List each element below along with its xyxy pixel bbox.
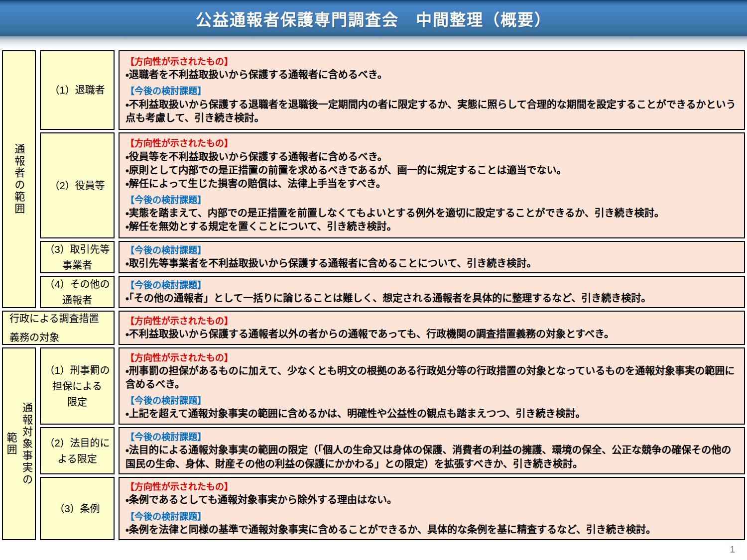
row-label-other-whistleblowers: （4）その他の 通報者 [40,276,115,308]
section-direction: 【方向性が示されたもの】 ・刑事罰の担保があるものに加えて、少なくとも明文の根拠… [125,351,738,391]
bullet-text: ・不利益取扱いから保護する退職者を退職後一定期間内の者に限定するか、実態に照らし… [125,98,738,125]
bullet-text: ・上記を超えて通報対象事実の範囲に含めるかは、明確性や公益性の観点も踏まえつつ、… [125,407,738,421]
title-bar: 公益通報者保護専門調査会 中間整理（概要） [0,0,747,36]
direction-header: 【方向性が示されたもの】 [125,55,738,68]
section-direction: 【方向性が示されたもの】 ・役員等を不利益取扱いから保護する通報者に含めるべき。… [125,137,738,191]
row-label-ordinances: （3）条例 [40,477,115,540]
issue-header: 【今後の検討課題】 [125,431,738,444]
section-direction: 【方向性が示されたもの】 ・条例であるとしても通報対象事実から除外する理由はない… [125,480,738,507]
issue-header: 【今後の検討課題】 [125,510,738,523]
issue-header: 【今後の検討課題】 [125,194,738,207]
side-label-text: 通報対象事実の 範囲 [3,402,35,486]
section-issues: 【今後の検討課題】 ・取引先等事業者を不利益取扱いから保護する通報者に含めること… [125,244,738,270]
issue-header: 【今後の検討課題】 [125,394,738,407]
page-number: 1 [730,544,735,555]
side-label-whistleblower-scope: 通報者の範囲 [2,50,36,308]
bullet-text: ・役員等を不利益取扱いから保護する通報者に含めるべき。 [125,150,738,164]
title-bar-fade [0,36,747,48]
row-label-criminal-penalty-limitation: （1）刑事罰の 担保による 限定 [40,347,115,425]
content-business-partners: 【今後の検討課題】 ・取引先等事業者を不利益取扱いから保護する通報者に含めること… [119,241,745,273]
summary-table: 通報者の範囲 （1）退職者 【方向性が示されたもの】 ・退職者を不利益取扱いから… [2,50,745,540]
side-label-reportable-facts-scope: 通報対象事実の 範囲 [2,347,36,540]
direction-header: 【方向性が示されたもの】 [125,137,738,150]
section-issues: 【今後の検討課題】 ・「その他の通報者」として一括りに論じることは難しく、想定さ… [125,279,738,305]
issue-header: 【今後の検討課題】 [125,244,738,257]
bullet-text: ・解任を無効とする規定を置くことについて、引き続き検討。 [125,220,738,233]
bullet-text: ・解任によって生じた損害の賠償は、法律上手当をすべき。 [125,177,738,191]
direction-header: 【方向性が示されたもの】 [125,315,738,328]
bullet-text: ・条例であるとしても通報対象事実から除外する理由はない。 [125,493,738,507]
row-label-admin-investigation: 行政による調査措置 義務の対象 [2,311,115,345]
row-label-law-purpose-limitation: （2）法目的に よる限定 [40,427,115,474]
section-issues: 【今後の検討課題】 ・法目的による通報対象事実の範囲の限定（「個人の生命又は身体… [125,431,738,470]
slide-title: 公益通報者保護専門調査会 中間整理（概要） [196,7,551,30]
row-label-officers: （2）役員等 [40,132,115,238]
content-other-whistleblowers: 【今後の検討課題】 ・「その他の通報者」として一括りに論じることは難しく、想定さ… [119,276,745,308]
bullet-text: ・不利益取扱いから保護する通報者以外の者からの通報であっても、行政機関の調査措置… [125,328,738,341]
issue-header: 【今後の検討課題】 [125,279,738,292]
bullet-text: ・法目的による通報対象事実の範囲の限定（「個人の生命又は身体の保護、消費者の利益… [125,444,738,470]
bullet-text: ・退職者を不利益取扱いから保護する通報者に含めるべき。 [125,68,738,82]
bullet-text: ・取引先等事業者を不利益取扱いから保護する通報者に含めることについて、引き続き検… [125,257,738,270]
section-issues: 【今後の検討課題】 ・上記を超えて通報対象事実の範囲に含めるかは、明確性や公益性… [125,394,738,421]
content-law-purpose-limitation: 【今後の検討課題】 ・法目的による通報対象事実の範囲の限定（「個人の生命又は身体… [119,427,745,474]
section-direction: 【方向性が示されたもの】 ・退職者を不利益取扱いから保護する通報者に含めるべき。 [125,55,738,82]
content-admin-investigation: 【方向性が示されたもの】 ・不利益取扱いから保護する通報者以外の者からの通報であ… [119,311,745,345]
row-label-retirees: （1）退職者 [40,50,115,130]
section-issues: 【今後の検討課題】 ・条例を法律と同様の基準で通報対象事実に含めることができるか… [125,510,738,537]
bullet-text: ・「その他の通報者」として一括りに論じることは難しく、想定される通報者を具体的に… [125,292,738,305]
direction-header: 【方向性が示されたもの】 [125,351,738,364]
bullet-text: ・実態を踏まえて、内部での是正措置を前置しなくてもよいとする例外を適切に設定する… [125,207,738,220]
section-issues: 【今後の検討課題】 ・実態を踏まえて、内部での是正措置を前置しなくてもよいとする… [125,194,738,233]
issue-header: 【今後の検討課題】 [125,85,738,98]
direction-header: 【方向性が示されたもの】 [125,480,738,493]
side-label-text: 通報者の範囲 [11,143,27,215]
bullet-text: ・条例を法律と同様の基準で通報対象事実に含めることができるか、具体的な条例を基に… [125,523,738,537]
section-direction: 【方向性が示されたもの】 ・不利益取扱いから保護する通報者以外の者からの通報であ… [125,315,738,341]
row-label-business-partners: （3）取引先等 事業者 [40,241,115,273]
section-issues: 【今後の検討課題】 ・不利益取扱いから保護する退職者を退職後一定期間内の者に限定… [125,85,738,124]
bullet-text: ・原則として内部での是正措置の前置を求めるべきであるが、画一的に規定することは適… [125,164,738,177]
content-criminal-penalty-limitation: 【方向性が示されたもの】 ・刑事罰の担保があるものに加えて、少なくとも明文の根拠… [119,347,745,425]
bullet-text: ・刑事罰の担保があるものに加えて、少なくとも明文の根拠のある行政処分等の行政措置… [125,364,738,391]
content-ordinances: 【方向性が示されたもの】 ・条例であるとしても通報対象事実から除外する理由はない… [119,477,745,540]
content-retirees: 【方向性が示されたもの】 ・退職者を不利益取扱いから保護する通報者に含めるべき。… [119,50,745,130]
content-officers: 【方向性が示されたもの】 ・役員等を不利益取扱いから保護する通報者に含めるべき。… [119,132,745,238]
